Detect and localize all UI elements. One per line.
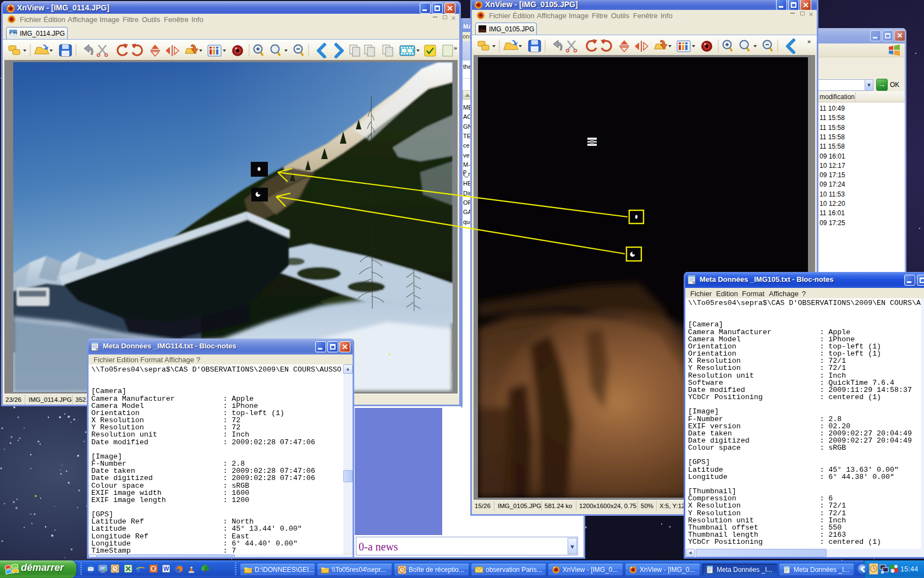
svg-text:»: » xyxy=(807,38,811,45)
svg-text:e: e xyxy=(136,564,141,574)
svg-text:W: W xyxy=(163,565,169,572)
svg-text:»: » xyxy=(454,45,457,51)
